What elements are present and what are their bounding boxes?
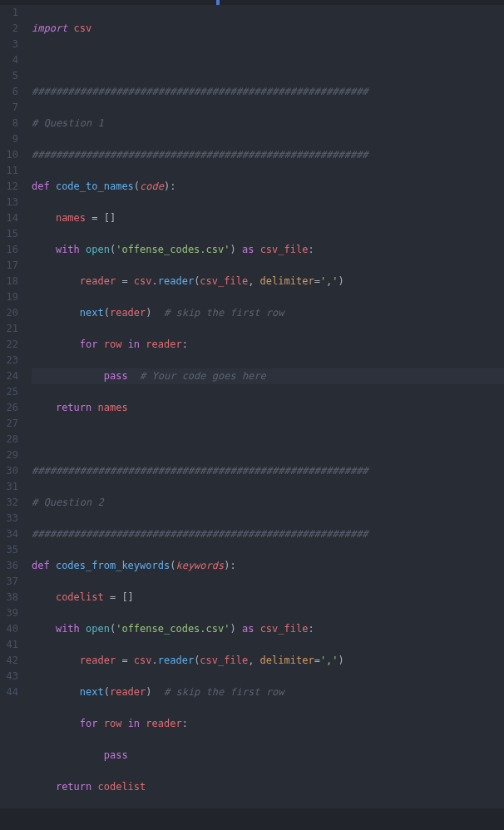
line-number: 36 xyxy=(0,558,18,574)
line-number: 34 xyxy=(0,526,18,542)
line-number: 38 xyxy=(0,590,18,605)
code-line: ########################################… xyxy=(32,84,504,100)
line-number: 39 xyxy=(0,605,18,621)
line-number: 31 xyxy=(0,479,18,495)
line-number: 4 xyxy=(0,52,18,68)
code-line: with open('offense_codes.csv') as csv_fi… xyxy=(32,242,504,258)
code-line: import csv xyxy=(32,21,504,37)
line-number: 19 xyxy=(0,289,18,305)
status-bar[interactable] xyxy=(0,808,504,830)
line-number: 2 xyxy=(0,21,18,37)
line-number: 41 xyxy=(0,637,18,653)
code-line: def code_to_names(code): xyxy=(32,179,504,195)
line-number: 6 xyxy=(0,84,18,100)
code-line: for row in reader: xyxy=(32,716,504,732)
code-line-active: pass # Your code goes here xyxy=(32,368,504,384)
line-number: 8 xyxy=(0,116,18,131)
code-line: next(reader) # skip the first row xyxy=(32,684,504,700)
line-number: 40 xyxy=(0,621,18,637)
line-number: 26 xyxy=(0,400,18,416)
line-number: 15 xyxy=(0,226,18,242)
code-line: ########################################… xyxy=(32,526,504,542)
code-line: pass xyxy=(32,748,504,763)
line-number: 44 xyxy=(0,684,18,700)
code-line: # Question 2 xyxy=(32,495,504,511)
line-number: 25 xyxy=(0,384,18,400)
code-line: reader = csv.reader(csv_file, delimiter=… xyxy=(32,274,504,289)
line-number: 10 xyxy=(0,147,18,163)
code-line: next(reader) # skip the first row xyxy=(32,305,504,321)
code-line: # Question 1 xyxy=(32,116,504,131)
line-number: 37 xyxy=(0,574,18,590)
code-line: names = [] xyxy=(32,210,504,226)
line-number: 28 xyxy=(0,432,18,447)
line-number: 27 xyxy=(0,416,18,432)
line-number: 43 xyxy=(0,669,18,684)
line-number: 29 xyxy=(0,447,18,463)
code-line: for row in reader: xyxy=(32,337,504,353)
code-line: reader = csv.reader(csv_file, delimiter=… xyxy=(32,653,504,669)
line-number: 33 xyxy=(0,511,18,526)
line-number: 20 xyxy=(0,305,18,321)
line-number: 13 xyxy=(0,195,18,210)
code-editor[interactable]: 1234567891011121314151617181920212223242… xyxy=(0,5,504,803)
line-number: 14 xyxy=(0,210,18,226)
line-number: 1 xyxy=(0,5,18,21)
line-number: 9 xyxy=(0,131,18,147)
line-number: 11 xyxy=(0,163,18,179)
code-line xyxy=(32,432,504,447)
line-number: 24 xyxy=(0,368,18,384)
code-line: return codelist xyxy=(32,779,504,795)
line-number: 23 xyxy=(0,353,18,368)
code-line: with open('offense_codes.csv') as csv_fi… xyxy=(32,621,504,637)
line-number: 7 xyxy=(0,100,18,116)
line-number: 22 xyxy=(0,337,18,353)
line-number: 3 xyxy=(0,37,18,52)
line-number: 21 xyxy=(0,321,18,337)
code-line: ########################################… xyxy=(32,147,504,163)
code-line xyxy=(32,52,504,68)
code-line: def codes_from_keywords(keywords): xyxy=(32,558,504,574)
line-number: 5 xyxy=(0,68,18,84)
line-number: 35 xyxy=(0,542,18,558)
code-line: return names xyxy=(32,400,504,416)
code-area[interactable]: import csv #############################… xyxy=(25,5,504,803)
code-line: ########################################… xyxy=(32,463,504,479)
line-number: 32 xyxy=(0,495,18,511)
line-number: 30 xyxy=(0,463,18,479)
code-line: codelist = [] xyxy=(32,590,504,605)
line-number: 42 xyxy=(0,653,18,669)
line-number: 16 xyxy=(0,242,18,258)
line-number-gutter: 1234567891011121314151617181920212223242… xyxy=(0,5,25,803)
tab-bar[interactable] xyxy=(0,0,504,5)
line-number: 17 xyxy=(0,258,18,274)
line-number: 18 xyxy=(0,274,18,289)
line-number: 12 xyxy=(0,179,18,195)
